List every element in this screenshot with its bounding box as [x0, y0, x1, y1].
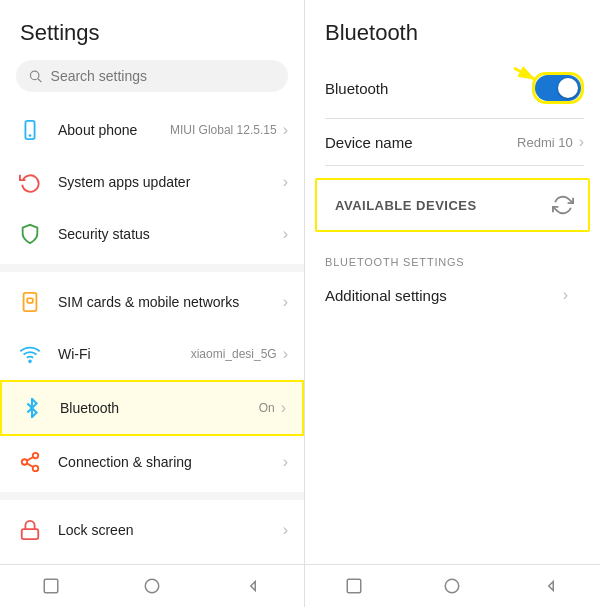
chevron-icon: ›	[283, 453, 288, 471]
lock-icon	[16, 516, 44, 544]
wifi-icon	[16, 340, 44, 368]
sim-label: SIM cards & mobile networks	[58, 294, 281, 310]
additional-settings-label: Additional settings	[325, 287, 563, 304]
menu-item-connection[interactable]: Connection & sharing ›	[0, 436, 304, 488]
update-icon	[16, 168, 44, 196]
chevron-icon: ›	[563, 286, 568, 304]
svg-point-6	[29, 360, 31, 362]
additional-settings-row[interactable]: Additional settings ›	[325, 272, 584, 318]
left-nav-bar	[0, 564, 304, 607]
row-divider	[325, 165, 584, 166]
svg-rect-23	[44, 579, 58, 593]
menu-item-wifi[interactable]: Wi-Fi xiaomi_desi_5G ›	[0, 328, 304, 380]
settings-panel: Settings About phone MIUI Global 12.5.15…	[0, 0, 305, 607]
nav-circle-icon[interactable]	[441, 575, 463, 597]
svg-rect-28	[347, 579, 361, 593]
connection-label: Connection & sharing	[58, 454, 281, 470]
settings-title: Settings	[0, 0, 304, 56]
bt-settings-title: BLUETOOTH SETTINGS	[325, 256, 584, 268]
device-name-row[interactable]: Device name Redmi 10 ›	[305, 119, 600, 165]
security-label: Security status	[58, 226, 281, 242]
svg-point-9	[33, 466, 39, 472]
sim-icon	[16, 288, 44, 316]
search-bar[interactable]	[16, 60, 288, 92]
system-apps-label: System apps updater	[58, 174, 281, 190]
device-name-label: Device name	[325, 134, 517, 151]
shield-icon	[16, 220, 44, 248]
bluetooth-icon	[18, 394, 46, 422]
menu-item-system-apps[interactable]: System apps updater ›	[0, 156, 304, 208]
divider	[0, 264, 304, 272]
bluetooth-row-label: Bluetooth	[325, 80, 532, 97]
bluetooth-toggle-row[interactable]: Bluetooth	[305, 58, 600, 118]
svg-point-7	[33, 453, 39, 459]
available-devices-label: AVAILABLE DEVICES	[335, 198, 552, 213]
bluetooth-panel: Bluetooth Bluetooth Device name Redmi 10	[305, 0, 600, 607]
bluetooth-label: Bluetooth	[60, 400, 259, 416]
svg-line-1	[38, 79, 41, 82]
bt-settings-section: BLUETOOTH SETTINGS Additional settings ›	[305, 244, 600, 322]
nav-circle-icon[interactable]	[141, 575, 163, 597]
svg-point-24	[145, 579, 159, 593]
svg-line-27	[514, 68, 536, 80]
svg-point-29	[446, 579, 460, 593]
menu-item-sim[interactable]: SIM cards & mobile networks ›	[0, 276, 304, 328]
about-phone-label: About phone	[58, 122, 170, 138]
phone-icon	[16, 116, 44, 144]
svg-line-11	[27, 457, 33, 461]
wifi-label: Wi-Fi	[58, 346, 191, 362]
menu-item-security[interactable]: Security status ›	[0, 208, 304, 260]
bluetooth-page-title: Bluetooth	[305, 0, 600, 58]
svg-marker-30	[549, 582, 554, 591]
svg-line-10	[27, 463, 33, 467]
menu-list: About phone MIUI Global 12.5.15 › System…	[0, 104, 304, 564]
right-nav-bar	[305, 564, 600, 607]
chevron-icon: ›	[283, 173, 288, 191]
bluetooth-sub: On	[259, 401, 275, 415]
nav-square-icon[interactable]	[40, 575, 62, 597]
svg-rect-5	[27, 298, 33, 303]
menu-item-display[interactable]: Display ›	[0, 556, 304, 564]
chevron-icon: ›	[283, 345, 288, 363]
lockscreen-label: Lock screen	[58, 522, 281, 538]
available-devices-section[interactable]: AVAILABLE DEVICES	[315, 178, 590, 232]
svg-rect-12	[22, 529, 39, 539]
spacer	[305, 322, 600, 564]
bluetooth-toggle[interactable]	[535, 75, 581, 101]
search-input[interactable]	[51, 68, 276, 84]
nav-square-icon[interactable]	[343, 575, 365, 597]
search-icon	[28, 68, 43, 84]
chevron-icon: ›	[283, 121, 288, 139]
share-icon	[16, 448, 44, 476]
device-name-value: Redmi 10	[517, 135, 573, 150]
chevron-icon: ›	[281, 399, 286, 417]
chevron-icon: ›	[283, 293, 288, 311]
wifi-sub: xiaomi_desi_5G	[191, 347, 277, 361]
svg-point-0	[30, 71, 38, 79]
nav-back-icon[interactable]	[540, 575, 562, 597]
divider	[0, 492, 304, 500]
refresh-icon[interactable]	[552, 194, 574, 216]
svg-marker-25	[251, 582, 256, 591]
menu-item-about-phone[interactable]: About phone MIUI Global 12.5.15 ›	[0, 104, 304, 156]
nav-back-icon[interactable]	[242, 575, 264, 597]
menu-item-lockscreen[interactable]: Lock screen ›	[0, 504, 304, 556]
svg-point-8	[22, 459, 28, 465]
bluetooth-toggle-wrap[interactable]	[532, 72, 584, 104]
menu-item-bluetooth[interactable]: Bluetooth On ›	[0, 380, 304, 436]
about-phone-sub: MIUI Global 12.5.15	[170, 123, 277, 137]
toggle-knob	[558, 78, 578, 98]
chevron-icon: ›	[283, 225, 288, 243]
chevron-icon: ›	[283, 521, 288, 539]
chevron-icon: ›	[579, 133, 584, 151]
